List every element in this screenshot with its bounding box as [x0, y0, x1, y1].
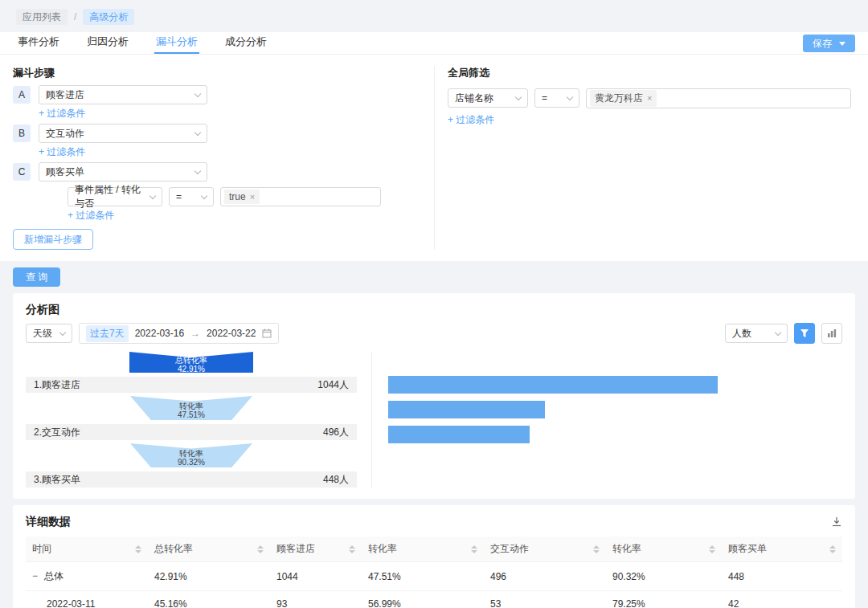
- cell-value: 2022-03-11: [32, 598, 96, 608]
- sort-icon[interactable]: [349, 545, 355, 553]
- query-button[interactable]: 查 询: [13, 267, 60, 287]
- granularity-select[interactable]: 天级: [26, 324, 72, 343]
- funnel-view-button[interactable]: [794, 323, 815, 344]
- condition-value-input[interactable]: true ×: [220, 187, 381, 206]
- column-header-conversion-2[interactable]: 转化率: [606, 537, 722, 562]
- date-range-picker[interactable]: 过去7天 2022-03-16 → 2022-03-22: [79, 323, 279, 344]
- funnel-steps-panel: 漏斗步骤 A 顾客进店 + 过滤条件 B 交互动作 + 过滤条件 C 顾客买单: [0, 66, 434, 250]
- bar-step-1: [388, 376, 718, 394]
- column-header-conversion-1[interactable]: 转化率: [362, 537, 484, 562]
- select-value: 顾客进店: [46, 88, 84, 102]
- filter-value-tag: 黄龙万科店 ×: [590, 90, 657, 107]
- condition-operator-select[interactable]: =: [169, 187, 214, 206]
- global-add-filter-link[interactable]: + 过滤条件: [448, 115, 855, 125]
- breadcrumb-separator: /: [74, 11, 76, 22]
- sort-icon[interactable]: [593, 545, 600, 553]
- funnel-chart: 总转化率 42.91% 1.顾客进店 1044人 转化率 47.51% 2.交互…: [26, 352, 357, 488]
- select-value: 店铺名称: [455, 92, 493, 105]
- quick-range-badge[interactable]: 过去7天: [86, 325, 129, 342]
- step-a-badge: A: [13, 86, 31, 104]
- download-icon: [831, 516, 842, 528]
- condition-attribute-select[interactable]: 事件属性 / 转化与否: [68, 187, 162, 206]
- download-button[interactable]: [831, 516, 842, 528]
- breadcrumb-advanced-analysis[interactable]: 高级分析: [83, 9, 134, 25]
- sort-icon[interactable]: [829, 545, 836, 553]
- column-header-time[interactable]: 时间: [26, 537, 148, 562]
- step-b-badge: B: [13, 124, 31, 142]
- column-header-purchase[interactable]: 顾客买单: [722, 537, 842, 562]
- funnel-steps-title: 漏斗步骤: [13, 66, 421, 80]
- funnel-step-row-3: 3.顾客买单 448人: [26, 471, 357, 488]
- chevron-down-icon: [567, 93, 573, 100]
- funnel-bar-chart: [388, 352, 842, 488]
- table-row-date: 2022-03-11 45.16% 93 56.99% 53 79.25% 42: [26, 591, 842, 608]
- sort-icon[interactable]: [257, 545, 264, 553]
- close-icon[interactable]: ×: [250, 193, 255, 202]
- conversion-value: 47.51%: [130, 410, 252, 419]
- step-b-add-filter-link[interactable]: + 过滤条件: [39, 147, 421, 157]
- column-header-enter-store[interactable]: 顾客进店: [270, 537, 362, 562]
- save-button[interactable]: 保存: [803, 35, 855, 52]
- cell-purchase: 448: [722, 562, 842, 591]
- sort-icon[interactable]: [471, 545, 477, 553]
- tab-event-analysis[interactable]: 事件分析: [16, 30, 61, 54]
- funnel-step-a: A 顾客进店: [13, 85, 421, 104]
- cell-value: 总体: [44, 570, 63, 581]
- filter-value-input[interactable]: 黄龙万科店 ×: [586, 88, 851, 108]
- step-c-event-select[interactable]: 顾客买单: [39, 162, 207, 182]
- cell-total-conversion: 42.91%: [148, 562, 270, 591]
- select-value: 天级: [33, 327, 52, 341]
- step-b-event-select[interactable]: 交互动作: [39, 124, 207, 143]
- chevron-down-icon: [515, 93, 522, 100]
- step-a-event-select[interactable]: 顾客进店: [39, 85, 207, 104]
- total-conversion-label: 总转化率: [129, 356, 253, 365]
- step-c-add-filter-link[interactable]: + 过滤条件: [68, 210, 421, 221]
- filter-operator-select[interactable]: =: [534, 88, 579, 108]
- condition-value-tag: true ×: [224, 190, 260, 204]
- funnel-step-value: 448人: [323, 473, 349, 487]
- collapse-icon[interactable]: −: [32, 570, 38, 581]
- tab-bar: 事件分析 归因分析 漏斗分析 成分分析 保存: [0, 32, 868, 55]
- chart-controls: 天级 过去7天 2022-03-16 → 2022-03-22 人数: [26, 323, 842, 344]
- filter-field-select[interactable]: 店铺名称: [448, 88, 528, 108]
- start-date[interactable]: 2022-03-16: [135, 328, 184, 339]
- cell-purchase: 42: [722, 591, 842, 608]
- column-header-interaction[interactable]: 交互动作: [484, 537, 606, 562]
- tab-composition-analysis[interactable]: 成分分析: [223, 30, 268, 54]
- column-header-total-conversion[interactable]: 总转化率: [148, 537, 270, 562]
- funnel-total-conversion-banner: 总转化率 42.91%: [129, 352, 253, 373]
- funnel-step-row-2: 2.交互动作 496人: [26, 424, 357, 440]
- breadcrumb-app-list[interactable]: 应用列表: [16, 9, 68, 25]
- end-date[interactable]: 2022-03-22: [207, 328, 256, 339]
- detail-data-table: 时间 总转化率 顾客进店 转化率 交互动作 转化率 顾客买单 −总体 42.91…: [26, 537, 842, 608]
- conversion-label: 转化率: [130, 402, 252, 410]
- funnel-step-value: 1044人: [317, 378, 349, 392]
- close-icon[interactable]: ×: [647, 94, 652, 103]
- arrow-right-icon: →: [190, 328, 200, 339]
- funnel-step-row-1: 1.顾客进店 1044人: [26, 377, 357, 393]
- sort-icon[interactable]: [135, 545, 141, 553]
- chart-type-button[interactable]: [821, 323, 842, 344]
- cell-enter-store: 93: [270, 591, 362, 608]
- save-button-label: 保存: [813, 37, 832, 51]
- tab-funnel-analysis[interactable]: 漏斗分析: [154, 30, 199, 54]
- chevron-down-icon: [59, 328, 66, 335]
- cell-interaction: 53: [484, 591, 606, 608]
- funnel-step-label: 3.顾客买单: [34, 473, 80, 487]
- funnel-step-value: 496人: [323, 426, 349, 439]
- chevron-down-icon: [201, 192, 207, 198]
- metric-select[interactable]: 人数: [725, 324, 788, 343]
- cell-time: −总体: [26, 562, 148, 591]
- select-value: 人数: [732, 327, 751, 341]
- cell-conversion-2: 90.32%: [606, 562, 722, 591]
- tab-attribution-analysis[interactable]: 归因分析: [85, 30, 130, 54]
- step-c-badge: C: [13, 163, 31, 181]
- step-a-add-filter-link[interactable]: + 过滤条件: [39, 108, 421, 119]
- conversion-value: 90.32%: [130, 458, 252, 467]
- calendar-icon: [262, 328, 272, 338]
- column-label: 转化率: [368, 542, 397, 556]
- chevron-down-icon: [149, 192, 156, 198]
- sort-icon[interactable]: [709, 545, 715, 553]
- column-label: 总转化率: [154, 542, 193, 556]
- add-funnel-step-button[interactable]: 新增漏斗步骤: [13, 229, 93, 250]
